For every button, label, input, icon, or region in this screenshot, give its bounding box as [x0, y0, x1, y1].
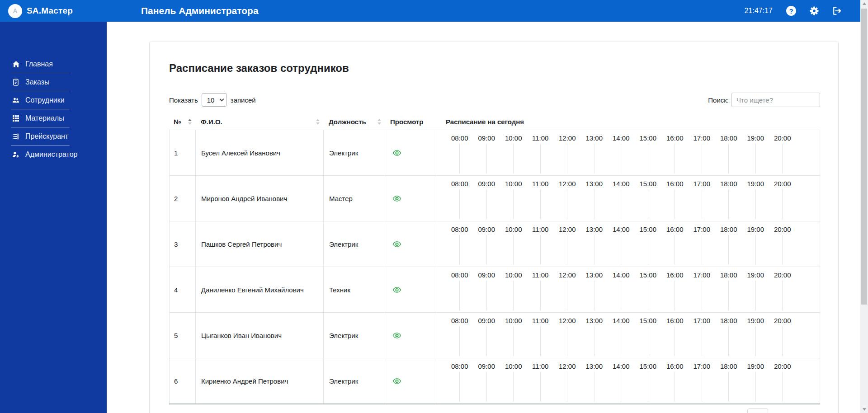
timeline-hour-label: 11:00 — [532, 180, 548, 188]
timeline-hour-tick — [459, 326, 460, 356]
timeline-hour-slot: 18:00 — [715, 180, 742, 219]
journal-icon — [12, 79, 20, 86]
timeline-hour-tick — [755, 281, 756, 310]
timeline-hour-slot: 12:00 — [554, 225, 581, 265]
scrollbar[interactable] — [860, 0, 868, 413]
timeline-hour-tick — [755, 235, 756, 265]
brand-logo[interactable]: A SA.Мастер — [8, 4, 141, 18]
timeline-hour-slot: 08:00 — [446, 180, 473, 219]
timeline-hour-label: 10:00 — [505, 317, 522, 325]
column-header-num[interactable]: № — [169, 118, 195, 126]
eye-icon[interactable] — [391, 239, 403, 249]
timeline-hour-tick — [459, 144, 460, 174]
timeline-hour-tick — [513, 189, 514, 219]
timeline-hour-slot: 12:00 — [554, 317, 581, 356]
timeline-hour-tick — [594, 235, 594, 265]
scrollbar-down-arrow[interactable] — [860, 406, 868, 413]
search-input[interactable] — [731, 93, 820, 107]
timeline-hour-label: 18:00 — [720, 134, 737, 142]
row-number: 2 — [174, 195, 178, 202]
brand-avatar: A — [8, 4, 22, 18]
sidebar-item-pricelist[interactable]: Прейскурант — [0, 127, 107, 145]
page-length-select[interactable]: 10 — [202, 93, 227, 107]
timeline-hour-slot: 10:00 — [500, 317, 527, 356]
timeline-hour-tick — [675, 144, 675, 174]
timeline-hour-slot: 18:00 — [715, 317, 742, 356]
sidebar-item-employees[interactable]: Сотрудники — [0, 91, 107, 109]
timeline-hour-tick — [594, 189, 594, 219]
timeline-hour-label: 09:00 — [478, 362, 495, 371]
logout-icon[interactable] — [832, 6, 841, 15]
timeline-hour-label: 17:00 — [693, 134, 710, 142]
eye-icon[interactable] — [391, 148, 403, 158]
timeline-hour-tick — [648, 189, 648, 219]
timeline-hour-tick — [675, 372, 675, 402]
home-icon — [12, 61, 20, 68]
employee-name: Кириенко Андрей Петрович — [201, 377, 288, 385]
sidebar-item-orders[interactable]: Заказы — [0, 73, 107, 91]
timeline-hour-tick — [594, 144, 594, 174]
timeline-hour-tick — [513, 326, 514, 356]
timeline: 08:0009:0010:0011:0012:0013:0014:0015:00… — [443, 313, 796, 356]
timeline-hour-label: 18:00 — [720, 180, 737, 188]
row-number: 3 — [174, 240, 178, 248]
timeline-hour-label: 16:00 — [666, 180, 684, 188]
timeline-hour-label: 17:00 — [693, 317, 710, 325]
brand-avatar-letter: A — [13, 7, 17, 14]
timeline-hour-slot: 11:00 — [527, 134, 554, 174]
timeline-hour-tick — [702, 326, 702, 356]
timeline-hour-slot: 20:00 — [769, 225, 796, 265]
timeline-hour-tick — [648, 281, 648, 310]
timeline-hour-tick — [459, 372, 460, 402]
pagination-button-partial[interactable] — [747, 408, 768, 413]
timeline-hour-label: 19:00 — [747, 225, 764, 234]
timeline-hour-tick — [782, 372, 783, 402]
timeline-hour-slot: 17:00 — [689, 271, 716, 310]
price-list-icon — [12, 133, 20, 140]
timeline-hour-label: 13:00 — [585, 134, 603, 142]
sidebar-item-materials[interactable]: Материалы — [0, 109, 107, 127]
timeline-hour-label: 12:00 — [559, 180, 576, 188]
sidebar-item-label: Материалы — [25, 114, 64, 122]
timeline-hour-slot: 14:00 — [608, 362, 635, 402]
eye-icon[interactable] — [391, 330, 403, 341]
sidebar-item-label: Заказы — [25, 78, 49, 86]
sidebar-item-admin[interactable]: Администратор — [0, 145, 107, 164]
eye-icon[interactable] — [391, 376, 403, 386]
page-title: Расписание заказов сотрудников — [169, 62, 820, 75]
timeline-hour-label: 09:00 — [478, 317, 495, 325]
timeline-hour-label: 14:00 — [613, 134, 630, 142]
timeline-hour-slot: 20:00 — [769, 134, 796, 174]
column-header-position[interactable]: Должность — [323, 118, 385, 126]
row-number: 4 — [174, 286, 178, 294]
timeline-hour-label: 16:00 — [666, 134, 684, 142]
timeline-hour-label: 17:00 — [693, 225, 710, 234]
table-row: 1 Бусел Алексей Иванович Электрик 08:000… — [169, 130, 820, 175]
timeline-hour-slot: 20:00 — [769, 180, 796, 219]
column-header-name[interactable]: Ф.И.О. — [195, 118, 323, 126]
timeline-hour-label: 10:00 — [505, 362, 522, 371]
timeline: 08:0009:0010:0011:0012:0013:0014:0015:00… — [443, 358, 796, 402]
eye-icon[interactable] — [391, 193, 403, 204]
scrollbar-up-arrow[interactable] — [860, 0, 868, 7]
employee-position: Мастер — [329, 195, 353, 202]
timeline-hour-tick — [728, 189, 729, 219]
eye-icon[interactable] — [391, 285, 403, 295]
timeline-hour-slot: 13:00 — [581, 317, 608, 356]
timeline-hour-tick — [459, 189, 460, 219]
sidebar-item-home[interactable]: Главная — [0, 55, 107, 73]
timeline-hour-slot: 16:00 — [661, 317, 689, 356]
scrollbar-thumb[interactable] — [861, 9, 867, 305]
timeline-hour-slot: 11:00 — [527, 180, 554, 219]
help-icon[interactable]: ? — [786, 6, 796, 16]
gear-icon[interactable] — [810, 6, 819, 15]
timeline-hour-slot: 14:00 — [608, 134, 635, 174]
timeline-hour-slot: 09:00 — [473, 317, 500, 356]
timeline-hour-label: 19:00 — [747, 317, 764, 325]
timeline-hour-slot: 10:00 — [500, 225, 527, 265]
table-row: 2 Миронов Андрей Иванович Мастер 08:0009… — [169, 175, 820, 221]
timeline-hour-tick — [459, 281, 460, 310]
timeline-hour-label: 09:00 — [478, 180, 495, 188]
timeline-hour-tick — [755, 326, 756, 356]
timeline-hour-tick — [594, 326, 594, 356]
